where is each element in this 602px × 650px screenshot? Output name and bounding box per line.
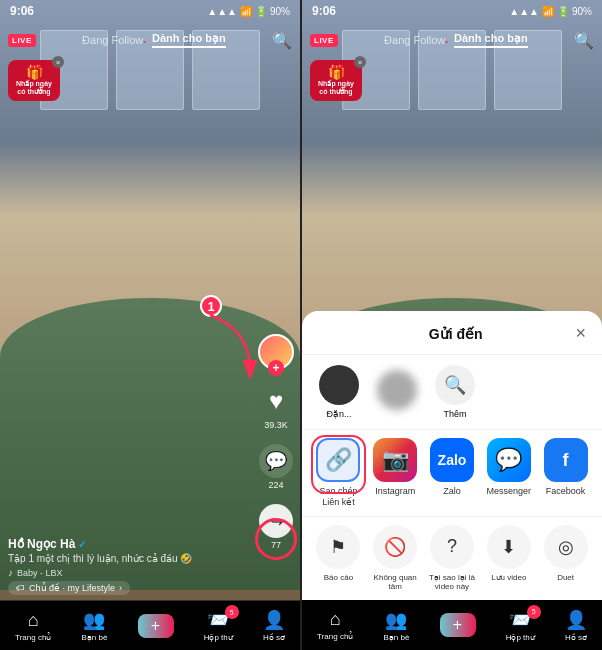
friend-avatar-0 bbox=[319, 365, 359, 405]
profile-icon-right: 👤 bbox=[565, 609, 587, 631]
messenger-icon[interactable]: 💬 bbox=[487, 438, 531, 482]
home-nav-left[interactable]: ⌂ Trang chủ bbox=[15, 610, 51, 642]
friends-label-right: Bạn bè bbox=[383, 633, 409, 642]
bottom-nav-right: ⌂ Trang chủ 👥 Bạn bè + 📨 5 Hộp thư 👤 Hồ … bbox=[302, 600, 602, 650]
facebook-label: Facebook bbox=[546, 486, 586, 497]
signal-icon-right: ▲▲▲ bbox=[509, 6, 539, 17]
home-icon-right: ⌂ bbox=[330, 609, 341, 630]
live-badge-left[interactable]: LIVE bbox=[8, 34, 36, 47]
verified-icon-left: ✓ bbox=[78, 539, 86, 550]
zalo-item[interactable]: Zalo Zalo bbox=[428, 438, 477, 508]
friends-nav-right[interactable]: 👥 Bạn bè bbox=[383, 609, 409, 642]
inbox-nav-left[interactable]: 📨 5 Hộp thư bbox=[204, 609, 233, 642]
avatar-container-left[interactable]: + bbox=[258, 334, 294, 370]
not-interested-icon[interactable]: 🚫 bbox=[373, 525, 417, 569]
search-friend-icon[interactable]: 🔍 bbox=[435, 365, 475, 405]
search-icon-left[interactable]: 🔍 bbox=[272, 31, 292, 50]
instagram-label: Instagram bbox=[375, 486, 415, 497]
search-icon-right[interactable]: 🔍 bbox=[574, 31, 594, 50]
zalo-label: Zalo bbox=[443, 486, 461, 497]
add-nav-right[interactable]: + bbox=[440, 613, 476, 637]
comment-icon-left[interactable]: 💬 bbox=[259, 444, 293, 478]
messenger-item[interactable]: 💬 Messenger bbox=[484, 438, 533, 508]
friend-item-0[interactable]: Đặn... bbox=[314, 365, 364, 419]
close-share-button[interactable]: × bbox=[575, 323, 586, 344]
home-nav-right[interactable]: ⌂ Trang chủ bbox=[317, 609, 353, 641]
like-count-left: 39.3K bbox=[264, 420, 288, 430]
top-nav-left: LIVE Đang Follow• Dành cho bạn 🔍 bbox=[0, 22, 300, 58]
copy-link-icon[interactable]: 🔗 bbox=[316, 438, 360, 482]
save-video-label: Lưu video bbox=[491, 573, 526, 583]
duet-action[interactable]: ◎ Duet bbox=[541, 525, 590, 592]
share-sheet: Gửi đến × Đặn... 🔍 Thêm 🔗 Sa bbox=[302, 311, 602, 650]
profile-label-right: Hồ sơ bbox=[565, 633, 587, 642]
friends-icon-left: 👥 bbox=[83, 609, 105, 631]
add-btn-right[interactable]: + bbox=[440, 613, 476, 637]
home-label-left: Trang chủ bbox=[15, 633, 51, 642]
top-nav-right: LIVE Đang Follow• Dành cho bạn 🔍 bbox=[302, 22, 602, 58]
right-phone: 9:06 ▲▲▲ 📶 🔋 90% LIVE Đang Follow• Dành … bbox=[302, 0, 602, 650]
comment-count-left: 224 bbox=[268, 480, 283, 490]
friends-label-left: Bạn bè bbox=[81, 633, 107, 642]
zalo-icon[interactable]: Zalo bbox=[430, 438, 474, 482]
for-you-tab-left[interactable]: Dành cho bạn bbox=[152, 32, 226, 48]
save-video-action[interactable]: ⬇ Lưu video bbox=[484, 525, 533, 592]
report-label: Báo cáo bbox=[324, 573, 353, 583]
share-header: Gửi đến × bbox=[302, 323, 602, 355]
report-icon[interactable]: ⚑ bbox=[316, 525, 360, 569]
like-action-left[interactable]: ♥ 39.3K bbox=[259, 384, 293, 430]
promo-banner-right[interactable]: × 🎁 Nhấp ngày có thưởng bbox=[310, 60, 362, 101]
hashtag-icon-left: 🏷 bbox=[16, 583, 25, 593]
add-btn-left[interactable]: + bbox=[138, 614, 174, 638]
search-friend-label: Thêm bbox=[443, 409, 466, 419]
music-note-left: ♪ bbox=[8, 567, 13, 578]
live-badge-right[interactable]: LIVE bbox=[310, 34, 338, 47]
facebook-item[interactable]: f Facebook bbox=[541, 438, 590, 508]
share-title: Gửi đến bbox=[429, 326, 483, 342]
not-interested-label: Không quantâm bbox=[374, 573, 417, 592]
heart-icon-left[interactable]: ♥ bbox=[259, 384, 293, 418]
facebook-icon[interactable]: f bbox=[544, 438, 588, 482]
status-icons-left: ▲▲▲ 📶 🔋 90% bbox=[207, 6, 290, 17]
inbox-label-right: Hộp thư bbox=[506, 633, 535, 642]
why-action[interactable]: ? Tại sao lại làvideo này bbox=[428, 525, 477, 592]
for-you-tab-right[interactable]: Dành cho bạn bbox=[454, 32, 528, 48]
not-interested-action[interactable]: 🚫 Không quantâm bbox=[371, 525, 420, 592]
messenger-label: Messenger bbox=[487, 486, 532, 497]
wifi-icon: 📶 bbox=[240, 6, 252, 17]
duet-label: Duet bbox=[557, 573, 574, 583]
avatar-plus-left[interactable]: + bbox=[268, 360, 284, 376]
friend-item-1[interactable] bbox=[372, 370, 422, 414]
profile-nav-left[interactable]: 👤 Hồ sơ bbox=[263, 609, 285, 642]
bottom-info-left: Hồ Ngọc Hà ✓ Tập 1 một chị thì lý luận, … bbox=[8, 537, 252, 595]
instagram-item[interactable]: 📷 Instagram bbox=[371, 438, 420, 508]
inbox-nav-right[interactable]: 📨 5 Hộp thư bbox=[506, 609, 535, 642]
battery-icon: 🔋 bbox=[255, 6, 267, 17]
report-action[interactable]: ⚑ Báo cáo bbox=[314, 525, 363, 592]
comment-action-left[interactable]: 💬 224 bbox=[259, 444, 293, 490]
instagram-icon[interactable]: 📷 bbox=[373, 438, 417, 482]
save-video-icon[interactable]: ⬇ bbox=[487, 525, 531, 569]
time-right: 9:06 bbox=[312, 4, 336, 18]
promo-banner-left[interactable]: × 🎁 Nhấp ngày có thưởng bbox=[8, 60, 60, 101]
inbox-badge-count-left: 5 bbox=[225, 605, 239, 619]
promo-text2-left: có thưởng bbox=[14, 88, 54, 96]
music-info-left: ♪ Baby - LBX bbox=[8, 567, 252, 578]
status-bar-left: 9:06 ▲▲▲ 📶 🔋 90% bbox=[0, 0, 300, 22]
friends-nav-left[interactable]: 👥 Bạn bè bbox=[81, 609, 107, 642]
why-icon[interactable]: ? bbox=[430, 525, 474, 569]
add-nav-left[interactable]: + bbox=[138, 614, 174, 638]
profile-icon-left: 👤 bbox=[263, 609, 285, 631]
copy-link-label: Sao chépLiên kết bbox=[319, 486, 357, 508]
search-friend-item[interactable]: 🔍 Thêm bbox=[430, 365, 480, 419]
duet-icon[interactable]: ◎ bbox=[544, 525, 588, 569]
profile-label-left: Hồ sơ bbox=[263, 633, 285, 642]
following-tab-right[interactable]: Đang Follow• bbox=[384, 34, 448, 46]
copy-link-item[interactable]: 🔗 Sao chépLiên kết bbox=[314, 438, 363, 508]
chevron-right-left: › bbox=[119, 583, 122, 593]
lifestyle-tag-left[interactable]: 🏷 Chủ đề · my Lifestyle › bbox=[8, 581, 130, 595]
following-tab-left[interactable]: Đang Follow• bbox=[82, 34, 146, 46]
hashtag-row-left: 🏷 Chủ đề · my Lifestyle › bbox=[8, 581, 252, 595]
profile-nav-right[interactable]: 👤 Hồ sơ bbox=[565, 609, 587, 642]
nav-tabs-right: Đang Follow• Dành cho bạn bbox=[384, 32, 528, 48]
